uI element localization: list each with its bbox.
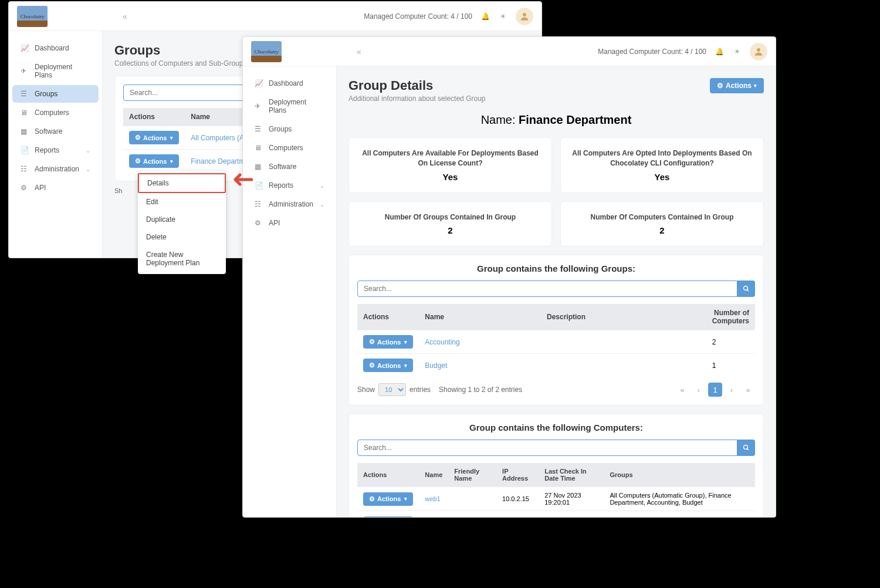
grid-icon: ▦ [255, 163, 263, 171]
stat-card: All Computers Are Available For Deployme… [348, 137, 552, 193]
chart-icon: 📈 [21, 44, 29, 52]
svg-point-4 [744, 445, 748, 450]
table-row: Actions Accounting 2 [357, 330, 755, 354]
table-row: Actions Budget 1 [357, 354, 755, 377]
logo[interactable]: Chocolatey [17, 6, 48, 27]
avatar[interactable] [516, 8, 533, 25]
search-input[interactable] [357, 440, 737, 456]
chevron-down-icon: ⌄ [320, 201, 324, 208]
annotation-arrow-icon [231, 172, 253, 187]
plane-icon: ✈ [21, 67, 29, 75]
page-prev[interactable]: ‹ [692, 383, 706, 397]
sidebar-collapse-icon[interactable]: « [123, 12, 127, 21]
section-title: Group contains the following Computers: [357, 423, 755, 432]
page-next[interactable]: › [725, 383, 739, 397]
groups-table: Actions Name Description Number of Compu… [357, 304, 755, 377]
row-actions-button[interactable]: Actions [363, 335, 413, 349]
sidebar: 📈Dashboard ✈Deployment Plans ☰Groups 🖥Co… [9, 31, 103, 258]
page-first[interactable]: « [675, 383, 689, 397]
gear-icon: ⚙ [255, 219, 263, 227]
pagination: Show 10 entries Showing 1 to 2 of 2 entr… [357, 383, 755, 397]
sidebar-item-computers[interactable]: 🖥Computers [246, 139, 333, 157]
page-actions-button[interactable]: Actions [710, 78, 764, 93]
theme-icon[interactable]: ☀ [732, 47, 742, 56]
stat-card: Number Of Groups Contained In Group2 [348, 201, 552, 247]
row-actions-button[interactable]: Actions [363, 516, 413, 517]
sidebar-item-reports[interactable]: 📄Reports⌄ [246, 177, 333, 194]
contained-computers-panel: Group contains the following Computers: … [348, 414, 764, 517]
bell-icon[interactable]: 🔔 [480, 12, 490, 21]
computer-link[interactable]: web1 [425, 495, 440, 502]
search-button[interactable] [737, 440, 755, 456]
sidebar-item-groups[interactable]: ☰Groups [246, 120, 333, 138]
sidebar-item-dashboard[interactable]: 📈Dashboard [246, 75, 333, 92]
actions-dropdown: Details Edit Duplicate Delete Create New… [138, 171, 226, 274]
search-input[interactable] [357, 281, 737, 297]
sidebar-item-deployment-plans[interactable]: ✈Deployment Plans [12, 58, 99, 84]
sidebar-item-reports[interactable]: 📄Reports⌄ [12, 141, 99, 159]
sidebar-item-groups[interactable]: ☰Groups [12, 85, 99, 103]
svg-point-0 [523, 13, 526, 16]
page-title: Group Details [348, 78, 485, 93]
file-icon: 📄 [255, 181, 263, 190]
dropdown-item-duplicate[interactable]: Duplicate [138, 211, 226, 228]
theme-icon[interactable]: ☀ [498, 12, 507, 21]
layers-icon: ☰ [255, 125, 263, 133]
sidebar-item-api[interactable]: ⚙API [12, 179, 99, 197]
sidebar-item-deployment-plans[interactable]: ✈Deployment Plans [246, 93, 333, 119]
plane-icon: ✈ [255, 102, 263, 110]
sidebar: 📈Dashboard ✈Deployment Plans ☰Groups 🖥Co… [243, 66, 337, 517]
bell-icon[interactable]: 🔔 [715, 47, 724, 56]
chevron-down-icon: ⌄ [320, 183, 324, 189]
header: Chocolatey « Managed Computer Count: 4 /… [243, 37, 776, 66]
th-actions: Actions [123, 108, 185, 126]
sidebar-item-software[interactable]: ▦Software [246, 158, 333, 175]
monitor-icon: 🖥 [255, 144, 263, 152]
computers-table: Actions Name Friendly Name IP Address La… [357, 463, 755, 517]
sidebar-collapse-icon[interactable]: « [357, 47, 361, 56]
row-actions-button[interactable]: Actions [129, 154, 179, 168]
row-actions-button[interactable]: Actions [129, 131, 179, 144]
chart-icon: 📈 [255, 79, 263, 87]
group-link[interactable]: Accounting [425, 338, 459, 346]
group-link[interactable]: Budget [425, 361, 447, 370]
dropdown-item-details[interactable]: Details [138, 173, 226, 193]
section-title: Group contains the following Groups: [357, 263, 755, 273]
sliders-icon: ☷ [21, 165, 29, 173]
stat-card: Number Of Computers Contained In Group2 [560, 201, 764, 247]
page-last[interactable]: » [741, 383, 755, 397]
monitor-icon: 🖥 [21, 109, 29, 117]
row-actions-button[interactable]: Actions [363, 492, 413, 506]
sidebar-item-administration[interactable]: ☷Administration⌄ [246, 195, 333, 213]
page-subtitle: Additional information about selected Gr… [348, 94, 485, 103]
dropdown-item-create-plan[interactable]: Create New Deployment Plan [138, 246, 226, 272]
search-button[interactable] [737, 281, 755, 297]
sidebar-item-api[interactable]: ⚙API [246, 214, 333, 232]
logo[interactable]: Chocolatey [251, 41, 282, 62]
svg-point-2 [744, 286, 748, 290]
managed-count: Managed Computer Count: 4 / 100 [598, 48, 706, 56]
main-content: Group Details Additional information abo… [337, 66, 776, 517]
dropdown-item-delete[interactable]: Delete [138, 228, 226, 246]
sidebar-item-software[interactable]: ▦Software [12, 123, 99, 140]
header: Chocolatey « Managed Computer Count: 4 /… [9, 2, 541, 31]
contained-groups-panel: Group contains the following Groups: Act… [348, 255, 764, 405]
sliders-icon: ☷ [255, 200, 263, 208]
chevron-down-icon: ⌄ [86, 147, 90, 154]
table-row: Actions web1 10.0.2.15 27 Nov 2023 19:20… [357, 487, 755, 511]
svg-line-5 [747, 449, 749, 451]
page-size-select[interactable]: 10 [378, 383, 406, 396]
avatar[interactable] [750, 43, 767, 60]
page-number[interactable]: 1 [708, 383, 722, 397]
row-actions-button[interactable]: Actions [363, 359, 413, 372]
sidebar-item-dashboard[interactable]: 📈Dashboard [12, 39, 99, 57]
dropdown-item-edit[interactable]: Edit [138, 193, 226, 211]
svg-line-3 [747, 290, 749, 292]
chevron-down-icon: ⌄ [86, 166, 90, 173]
group-name-heading: Name: Finance Department [348, 113, 764, 127]
table-row: Actions web2 10.0.2.15 27 Nov 2023 19:20… [357, 511, 755, 517]
sidebar-item-administration[interactable]: ☷Administration⌄ [12, 160, 99, 178]
sidebar-item-computers[interactable]: 🖥Computers [12, 104, 99, 121]
file-icon: 📄 [21, 146, 29, 154]
layers-icon: ☰ [21, 90, 29, 98]
